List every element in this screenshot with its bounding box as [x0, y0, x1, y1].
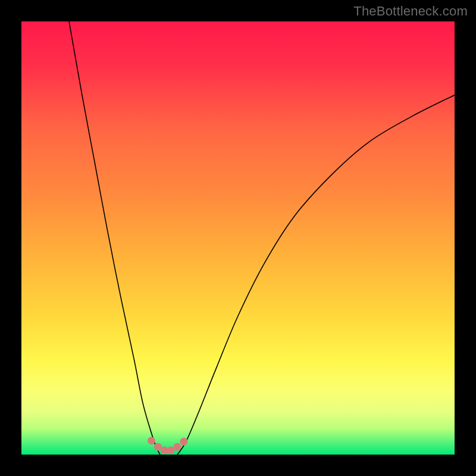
watermark-text: TheBottleneck.com: [353, 4, 468, 19]
chart-data-point: [180, 438, 188, 446]
chart-data-point: [148, 437, 155, 444]
chart-curve-right-curve: [177, 95, 455, 455]
chart-curve-layer: [21, 21, 455, 455]
chart-plot-area: [21, 21, 455, 455]
chart-data-point: [174, 443, 181, 450]
chart-curve-left-curve: [69, 21, 160, 455]
